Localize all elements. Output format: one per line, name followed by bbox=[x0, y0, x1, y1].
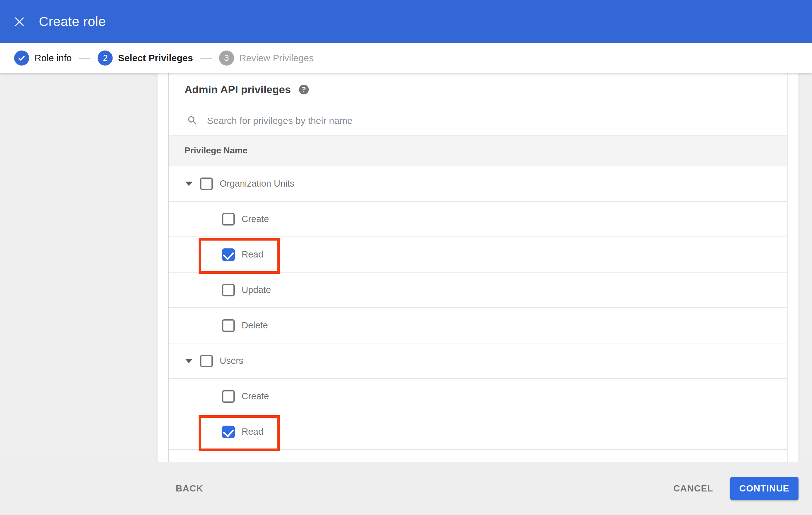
step-label: Select Privileges bbox=[118, 53, 193, 63]
privilege-row: Create bbox=[169, 379, 787, 414]
privilege-label: Users bbox=[220, 356, 243, 366]
privilege-checkbox[interactable] bbox=[222, 319, 235, 332]
stepper: Role info 2 Select Privileges 3 Review P… bbox=[0, 43, 812, 73]
privilege-label: Delete bbox=[241, 320, 268, 331]
expand-arrow-icon[interactable] bbox=[185, 182, 193, 186]
privilege-row: Create bbox=[169, 202, 787, 237]
column-header-label: Privilege Name bbox=[184, 146, 248, 156]
close-icon-glyph bbox=[14, 16, 25, 27]
panel-title: Admin API privileges bbox=[184, 84, 291, 96]
content-card: Admin API privileges ? Privilege Name Or… bbox=[157, 73, 799, 462]
back-button[interactable]: BACK bbox=[176, 483, 203, 494]
highlight-annotation-box bbox=[199, 238, 280, 274]
privilege-label: Update bbox=[241, 285, 271, 295]
privilege-checkbox[interactable] bbox=[200, 355, 213, 367]
step-number-badge: 3 bbox=[219, 51, 234, 65]
privilege-label: Create bbox=[241, 391, 269, 401]
step-complete-check-icon bbox=[14, 51, 29, 65]
step-select-privileges[interactable]: 2 Select Privileges bbox=[97, 51, 193, 65]
search-row bbox=[169, 106, 787, 135]
privilege-checkbox[interactable] bbox=[222, 390, 235, 403]
step-review-privileges[interactable]: 3 Review Privileges bbox=[219, 51, 314, 65]
privilege-search-input[interactable] bbox=[207, 115, 678, 126]
privilege-rows: Organization UnitsCreateReadUpdateDelete… bbox=[169, 166, 787, 450]
privilege-label: Organization Units bbox=[220, 178, 295, 189]
privilege-checkbox[interactable] bbox=[222, 213, 235, 225]
privilege-checkbox[interactable] bbox=[222, 426, 235, 438]
privilege-row: Update bbox=[169, 273, 787, 308]
step-number-badge: 2 bbox=[97, 51, 113, 65]
expand-arrow-icon[interactable] bbox=[185, 359, 193, 363]
step-connector bbox=[79, 58, 90, 59]
privilege-label: Read bbox=[241, 427, 263, 437]
privileges-table: Admin API privileges ? Privilege Name Or… bbox=[168, 73, 787, 462]
step-connector bbox=[200, 58, 212, 59]
privilege-row: Organization Units bbox=[169, 166, 787, 202]
privilege-row: Read bbox=[169, 237, 787, 273]
page-title: Create role bbox=[39, 14, 106, 29]
help-icon[interactable]: ? bbox=[299, 85, 309, 94]
privilege-checkbox[interactable] bbox=[222, 248, 235, 261]
privilege-checkbox[interactable] bbox=[222, 284, 235, 296]
privilege-row: Read bbox=[169, 414, 787, 450]
step-label: Role info bbox=[34, 53, 71, 63]
highlight-annotation-box bbox=[199, 415, 280, 451]
privilege-label: Read bbox=[241, 249, 263, 260]
privilege-label: Create bbox=[241, 214, 269, 224]
cancel-button[interactable]: CANCEL bbox=[673, 483, 713, 494]
step-label: Review Privileges bbox=[239, 53, 314, 63]
privilege-checkbox[interactable] bbox=[200, 178, 213, 190]
close-icon[interactable] bbox=[9, 11, 29, 32]
panel-header: Admin API privileges ? bbox=[169, 73, 787, 106]
footer-bar: BACK CANCEL CONTINUE bbox=[0, 462, 812, 515]
search-icon bbox=[187, 115, 198, 126]
continue-button[interactable]: CONTINUE bbox=[730, 477, 799, 500]
privilege-row: Users bbox=[169, 343, 787, 379]
column-header-row: Privilege Name bbox=[169, 135, 787, 166]
privilege-row: Delete bbox=[169, 308, 787, 343]
appbar: Create role bbox=[0, 0, 812, 43]
footer-actions: CANCEL CONTINUE bbox=[673, 477, 799, 500]
step-role-info[interactable]: Role info bbox=[14, 51, 71, 65]
